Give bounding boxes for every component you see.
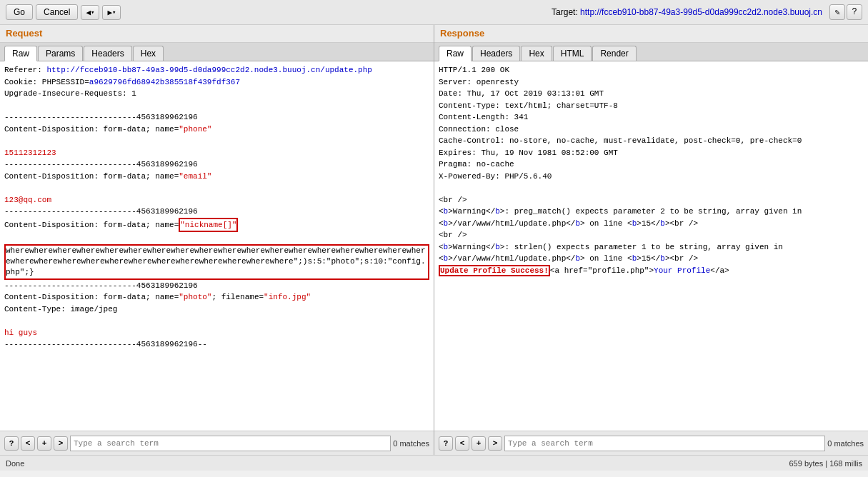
- request-payload-box: wherewherewherewherewherewherewherewhere…: [4, 244, 429, 280]
- back-nav[interactable]: ◀ ▾: [81, 5, 99, 20]
- nickname-highlight: "nickname[]": [179, 218, 238, 233]
- request-search-help[interactable]: ?: [4, 436, 19, 451]
- response-search-input[interactable]: [504, 436, 825, 451]
- tab-headers-request[interactable]: Headers: [84, 46, 131, 61]
- response-panel: Response Raw Headers Hex HTML Render HTT…: [434, 25, 868, 455]
- resp-line-status: HTTP/1.1 200 OK: [439, 64, 864, 76]
- response-header: Response: [434, 25, 868, 43]
- request-line-boundary3: ----------------------------456318996219…: [4, 206, 429, 218]
- request-body-wrapper: Referer: http://fcceb910-bb87-49a3-99d5-…: [0, 61, 434, 431]
- status-done: Done: [6, 459, 24, 468]
- tab-raw-response[interactable]: Raw: [439, 46, 472, 61]
- profile-link: Your Profile: [654, 266, 710, 275]
- resp-line-warning2: <b>Warning</b>: strlen() expects paramet…: [439, 241, 864, 253]
- forward-nav[interactable]: ▶ ▾: [102, 5, 121, 20]
- resp-line-br2: <br />: [439, 229, 864, 241]
- resp-line-success: Update Profile Success!<a href="profile.…: [439, 265, 864, 277]
- status-bar: Done 659 bytes | 168 millis: [0, 455, 868, 471]
- cookie-value: a9629796fd68942b385518f439fdf367: [89, 78, 240, 86]
- target-url: http://fcceb910-bb87-49a3-99d5-d0da999cc…: [580, 7, 822, 17]
- toolbar: Go Cancel ◀ ▾ ▶ ▾ Target: http://fcceb91…: [0, 0, 868, 25]
- resp-line-pragma: Pragma: no-cache: [439, 159, 864, 171]
- request-panel: Request Raw Params Headers Hex Referer: …: [0, 25, 434, 455]
- payload-content: wherewherewherewherewherewherewherewhere…: [4, 244, 429, 280]
- request-line-email-disp: Content-Disposition: form-data; name="em…: [4, 171, 429, 183]
- request-line-upgrade: Upgrade-Insecure-Requests: 1: [4, 88, 429, 100]
- resp-line-warning2-file: <b>/var/www/html/update.php</b> on line …: [439, 253, 864, 265]
- edit-target-button[interactable]: ✎: [829, 4, 845, 20]
- referer-url: http://fcceb910-bb87-49a3-99d5-d0da999cc…: [46, 66, 371, 74]
- go-button[interactable]: Go: [6, 4, 33, 20]
- resp-line-server: Server: openresty: [439, 76, 864, 89]
- response-search-next-plus[interactable]: +: [472, 436, 486, 451]
- request-line-cookie: Cookie: PHPSESSID=a9629796fd68942b385518…: [4, 76, 429, 89]
- tab-html-response[interactable]: HTML: [553, 46, 592, 61]
- resp-line-cc: Cache-Control: no-store, no-cache, must-…: [439, 135, 864, 147]
- resp-line-warning1-file: <b>/var/www/html/update.php</b> on line …: [439, 218, 864, 230]
- response-body[interactable]: HTTP/1.1 200 OK Server: openresty Date: …: [434, 61, 868, 431]
- tab-params-request[interactable]: Params: [38, 46, 83, 61]
- request-title: Request: [6, 28, 42, 39]
- request-line-nickname-disp: Content-Disposition: form-data; name="ni…: [4, 218, 429, 233]
- request-line-referer: Referer: http://fcceb910-bb87-49a3-99d5-…: [4, 64, 429, 76]
- response-search-bar: ? < + > 0 matches: [434, 431, 868, 455]
- status-bytes: 659 bytes | 168 millis: [789, 459, 862, 468]
- tab-hex-request[interactable]: Hex: [133, 46, 164, 61]
- resp-line-br1: <br />: [439, 194, 864, 206]
- help-button[interactable]: ?: [847, 4, 862, 20]
- response-search-next-arrow[interactable]: >: [488, 436, 502, 451]
- forward-dropdown-icon: ▾: [112, 9, 116, 16]
- tab-render-response[interactable]: Render: [592, 46, 636, 61]
- resp-line-conn: Connection: close: [439, 124, 864, 136]
- request-line-hi: hi guys: [4, 327, 429, 339]
- request-line-photo-disp: Content-Disposition: form-data; name="ph…: [4, 291, 429, 303]
- response-content: HTTP/1.1 200 OK Server: openresty Date: …: [439, 64, 864, 276]
- request-line-boundary1: ----------------------------456318996219…: [4, 111, 429, 124]
- request-line-boundary4: ----------------------------456318996219…: [4, 280, 429, 292]
- cancel-button[interactable]: Cancel: [36, 4, 78, 20]
- request-header: Request: [0, 25, 434, 43]
- target-icons: ✎ ?: [829, 4, 862, 20]
- tab-headers-response[interactable]: Headers: [472, 46, 520, 61]
- resp-line-xpb: X-Powered-By: PHP/5.6.40: [439, 171, 864, 183]
- success-message: Update Profile Success!: [439, 265, 550, 276]
- request-search-next-arrow[interactable]: >: [54, 436, 68, 451]
- response-tabs: Raw Headers Hex HTML Render: [434, 43, 868, 61]
- resp-line-cl: Content-Length: 341: [439, 111, 864, 124]
- request-search-bar: ? < + > 0 matches: [0, 431, 434, 455]
- request-content: Referer: http://fcceb910-bb87-49a3-99d5-…: [4, 64, 429, 351]
- request-search-matches: 0 matches: [393, 439, 429, 448]
- request-tabs: Raw Params Headers Hex: [0, 43, 434, 61]
- response-search-help[interactable]: ?: [439, 436, 453, 451]
- request-line-photo-ct: Content-Type: image/jpeg: [4, 303, 429, 316]
- back-dropdown-icon: ▾: [91, 9, 94, 16]
- request-search-input[interactable]: [70, 436, 391, 451]
- resp-line-warning1: <b>Warning</b>: preg_match() expects par…: [439, 206, 864, 218]
- request-line-boundary-end: ----------------------------456318996219…: [4, 338, 429, 351]
- response-search-prev[interactable]: <: [455, 436, 469, 451]
- response-search-matches: 0 matches: [827, 439, 864, 448]
- request-body[interactable]: Referer: http://fcceb910-bb87-49a3-99d5-…: [0, 61, 434, 431]
- resp-line-expires: Expires: Thu, 19 Nov 1981 08:52:00 GMT: [439, 147, 864, 159]
- request-line-boundary2: ----------------------------456318996219…: [4, 159, 429, 171]
- response-body-wrapper: HTTP/1.1 200 OK Server: openresty Date: …: [434, 61, 868, 431]
- tab-hex-response[interactable]: Hex: [521, 46, 552, 61]
- request-search-next-plus[interactable]: +: [37, 436, 51, 451]
- forward-icon: ▶: [107, 8, 112, 17]
- resp-line-date: Date: Thu, 17 Oct 2019 03:13:01 GMT: [439, 88, 864, 100]
- target-label: Target: http://fcceb910-bb87-49a3-99d5-d…: [552, 7, 822, 17]
- tab-raw-request[interactable]: Raw: [4, 46, 37, 61]
- request-line-phone-disp: Content-Disposition: form-data; name="ph…: [4, 124, 429, 136]
- request-search-prev[interactable]: <: [21, 436, 35, 451]
- resp-line-ct: Content-Type: text/html; charset=UTF-8: [439, 100, 864, 112]
- back-icon: ◀: [86, 8, 91, 17]
- request-line-email-value: 123@qq.com: [4, 194, 429, 206]
- response-title: Response: [440, 28, 484, 39]
- request-line-phone-value: 15112312123: [4, 147, 429, 159]
